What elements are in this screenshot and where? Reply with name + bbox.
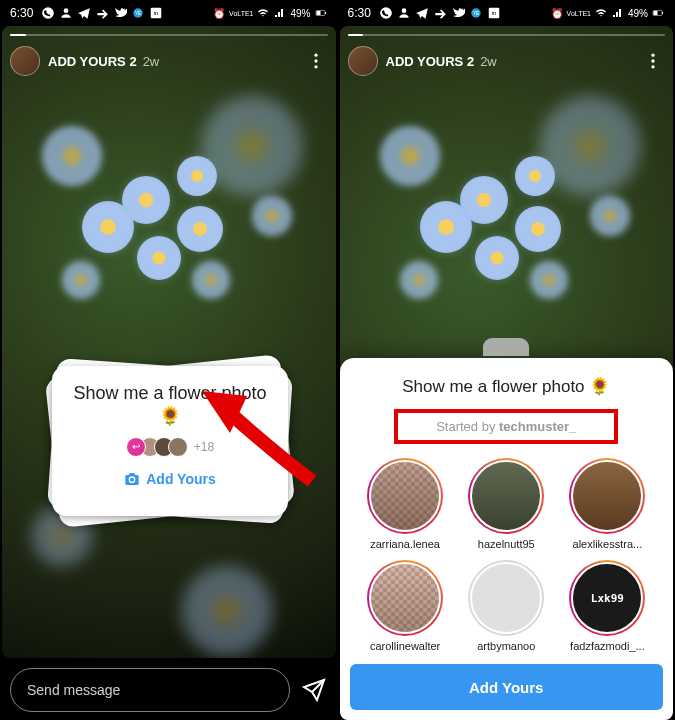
- user-name: zarriana.lenea: [370, 538, 440, 550]
- person-icon: [59, 6, 73, 20]
- whatsapp-icon: [379, 6, 393, 20]
- svg-point-23: [651, 65, 654, 68]
- status-time: 6:30: [348, 6, 371, 20]
- person-icon: [397, 6, 411, 20]
- svg-rect-7: [316, 11, 320, 15]
- phone-right: 6:30 YE in ⏰ VoLTE1: [338, 0, 676, 720]
- user-cell[interactable]: carollinewalter: [358, 560, 453, 652]
- svg-text:in: in: [154, 10, 159, 16]
- participant-avatar: [168, 437, 188, 457]
- battery-icon: [314, 6, 328, 20]
- svg-rect-20: [662, 12, 663, 14]
- svg-point-10: [314, 59, 317, 62]
- svg-text:in: in: [492, 10, 497, 16]
- story-area[interactable]: ADD YOURS 2 2w Show me a flower photo 🌻 …: [2, 26, 336, 658]
- user-cell[interactable]: artbymanoo: [459, 560, 554, 652]
- story-time: 2w: [480, 54, 497, 69]
- sheet: Show me a flower photo 🌻 Started by tech…: [340, 358, 674, 720]
- share-button[interactable]: [300, 676, 328, 704]
- user-cell[interactable]: zarriana.lenea: [358, 458, 453, 550]
- svg-rect-19: [654, 11, 658, 15]
- arrow-icon: [433, 6, 447, 20]
- twitter-icon: [451, 6, 465, 20]
- battery-icon: [651, 6, 665, 20]
- linkedin-icon: in: [149, 6, 163, 20]
- user-name: fadzfazmodi_...: [570, 640, 645, 652]
- story-menu-button[interactable]: [304, 49, 328, 73]
- svg-text:YE: YE: [135, 11, 141, 16]
- signal-icon: [273, 6, 287, 20]
- story-progress: [10, 34, 328, 36]
- yt-icon: YE: [131, 6, 145, 20]
- user-name: alexlikesstra...: [573, 538, 643, 550]
- wifi-icon: [256, 6, 270, 20]
- user-name: hazelnutt95: [478, 538, 535, 550]
- phone-left: 6:30 YE in ⏰ VoLTE1: [0, 0, 338, 720]
- svg-point-12: [380, 7, 392, 19]
- status-bar: 6:30 YE in ⏰ VoLTE1: [338, 0, 676, 26]
- yt-icon: YE: [469, 6, 483, 20]
- started-by-prefix: Started by: [436, 419, 499, 434]
- alarm-icon: ⏰: [212, 6, 226, 20]
- svg-point-13: [402, 8, 407, 13]
- add-yours-button[interactable]: Add Yours: [350, 664, 664, 710]
- started-by-user: techmuster_: [499, 419, 576, 434]
- linkedin-icon: in: [487, 6, 501, 20]
- story-progress: [348, 34, 666, 36]
- story-avatar[interactable]: [348, 46, 378, 76]
- telegram-icon: [77, 6, 91, 20]
- svg-point-0: [43, 7, 55, 19]
- flower-bg: [2, 26, 336, 658]
- telegram-icon: [415, 6, 429, 20]
- whatsapp-icon: [41, 6, 55, 20]
- svg-text:YE: YE: [473, 11, 479, 16]
- user-cell[interactable]: hazelnutt95: [459, 458, 554, 550]
- network-text: VoLTE1: [229, 10, 253, 17]
- story-header: ADD YOURS 2 2w: [10, 46, 328, 76]
- svg-rect-8: [325, 12, 326, 14]
- arrow-icon: [95, 6, 109, 20]
- svg-point-9: [314, 54, 317, 57]
- participant-avatar: [126, 437, 146, 457]
- add-yours-button[interactable]: Add Yours: [124, 471, 216, 487]
- story-footer: [0, 660, 338, 720]
- alarm-icon: ⏰: [550, 6, 564, 20]
- battery-text: 49%: [290, 8, 310, 19]
- wifi-icon: [594, 6, 608, 20]
- sheet-button-label: Add Yours: [469, 679, 543, 696]
- user-name: carollinewalter: [370, 640, 440, 652]
- sticker-participants[interactable]: +18: [126, 437, 214, 457]
- story-time: 2w: [143, 54, 160, 69]
- user-name: artbymanoo: [477, 640, 535, 652]
- user-grid: zarriana.lenea hazelnutt95 alexlikesstra…: [340, 458, 674, 652]
- story-menu-button[interactable]: [641, 49, 665, 73]
- send-message-input[interactable]: [10, 668, 290, 712]
- add-yours-label: Add Yours: [146, 471, 216, 487]
- sticker-prompt: Show me a flower photo 🌻: [68, 382, 272, 429]
- story-title[interactable]: ADD YOURS 2: [386, 54, 475, 69]
- network-text: VoLTE1: [567, 10, 591, 17]
- user-cell[interactable]: alexlikesstra...: [560, 458, 655, 550]
- story-title[interactable]: ADD YOURS 2: [48, 54, 137, 69]
- sheet-title: Show me a flower photo 🌻: [402, 376, 610, 397]
- started-by-box[interactable]: Started by techmuster_: [394, 409, 618, 444]
- user-cell[interactable]: fadzfazmodi_...: [560, 560, 655, 652]
- battery-text: 49%: [628, 8, 648, 19]
- status-bar: 6:30 YE in ⏰ VoLTE1: [0, 0, 338, 26]
- add-yours-sticker[interactable]: Show me a flower photo 🌻 +18 Add Yours: [52, 366, 288, 516]
- svg-point-11: [314, 65, 317, 68]
- twitter-icon: [113, 6, 127, 20]
- status-time: 6:30: [10, 6, 33, 20]
- story-area[interactable]: ADD YOURS 2 2w Show me a flower photo 🌻 …: [340, 26, 674, 720]
- participant-more: +18: [194, 440, 214, 454]
- svg-point-22: [651, 59, 654, 62]
- story-avatar[interactable]: [10, 46, 40, 76]
- svg-point-21: [651, 54, 654, 57]
- sheet-handle[interactable]: [483, 338, 529, 356]
- svg-point-1: [64, 8, 69, 13]
- story-header: ADD YOURS 2 2w: [348, 46, 666, 76]
- camera-icon: [124, 471, 140, 487]
- signal-icon: [611, 6, 625, 20]
